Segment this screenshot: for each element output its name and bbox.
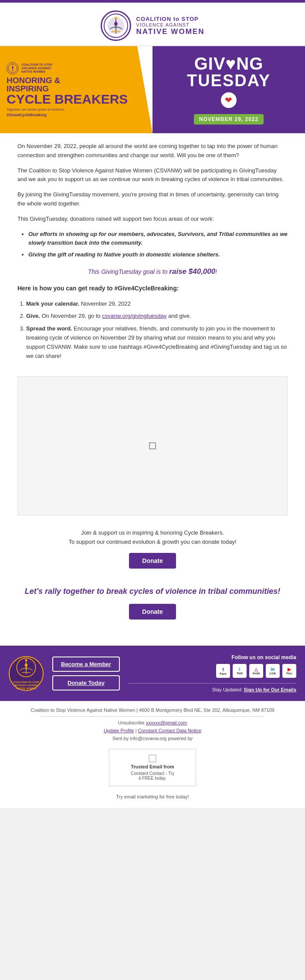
main-image-placeholder [17,376,288,515]
banner-small-logo [7,62,19,74]
become-member-button[interactable]: Become a Member [52,657,120,672]
body-content: On November 29, 2022, people all around … [0,133,305,376]
youtube-icon[interactable]: ▶ You- [282,664,296,678]
tuesday-title: TUESDAY [187,72,271,89]
goal-amount: raise $40,000 [169,267,215,276]
header-line2: VIOLENCE AGAINST [136,22,205,27]
support-line1: Join & support us in inspiring & honorin… [81,529,224,536]
para-2: The Coalition to Stop Violence Against N… [17,166,288,185]
banner-hashtag: #Give4CycleBreaking [7,113,146,117]
banner-small-text: COALITION TO STOPVIOLENCE AGAINSTNATIVE … [21,63,52,73]
banner-right-section: GIV♥NG TUESDAY ❤ NOVEMBER 29, 2022 [152,46,305,133]
address-text: Coalition to Stop Violence Against Nativ… [13,707,292,713]
banner-tagline: Together, we break cycles of violence. [7,108,146,111]
unsubscribe-text: Unsubscribe xxxxxx@gmail.com [13,720,292,725]
trusted-line1: Trusted Email from [115,764,190,769]
bullet-2: Giving the gift of reading to Native you… [28,250,288,259]
svg-point-10 [25,659,27,661]
footer-logo-area: COALITION TO STOPVIOLENCE AGAINSTNATIVE … [9,656,44,691]
twitter-icon[interactable]: t Twit [233,664,247,678]
giving-tuesday-banner: COALITION TO STOPVIOLENCE AGAINSTNATIVE … [0,46,305,133]
step-2: Give. On November 29, go to csvanw.org/g… [26,312,288,321]
update-profile-link[interactable]: Update Profile [104,728,134,733]
how-to-heading: Here is how you can get ready to #Give4C… [17,283,288,293]
org-logo-svg [103,13,129,38]
image-section [0,376,305,529]
update-links: Update Profile | Constant Contact Data N… [13,728,292,733]
giving-title: GIV♥NG [194,55,264,72]
footer-logo-text: COALITION TO STOPVIOLENCE AGAINSTNATIVE … [13,681,40,690]
rally-section: Let's rally together to break cycles of … [0,586,305,637]
support-section: Join & support us in inspiring & honorin… [0,529,305,586]
goal-text: This GivingTuesday goal is to raise $40,… [17,266,288,277]
footer-buttons: Become a Member Donate Today [52,657,120,690]
header-org-name: COALITION to STOP VIOLENCE AGAINST NATIV… [136,16,205,36]
banner-honoring: HONORING & [7,76,146,84]
social-heading: Follow us on social media [129,654,296,660]
header-line1: COALITION to STOP [136,16,205,22]
sign-up-link[interactable]: Sign Up for Our Emails [244,687,296,692]
trusted-email-box: Trusted Email from Constant Contact - Tr… [109,749,196,786]
org-logo-circle [101,10,131,41]
bottom-divider-1 [41,716,264,717]
donate-button-2[interactable]: Donate [129,604,176,620]
footer-logo-svg [15,657,37,678]
donate-today-button[interactable]: Donate Today [52,675,120,690]
email-wrapper: COALITION to STOP VIOLENCE AGAINST NATIV… [0,0,305,808]
linkedin-icon[interactable]: in Link [266,664,280,678]
social-icons-row: f Face t Twit △ Insta in Link [129,664,296,678]
stay-updated-label: Stay Updated: [212,687,243,692]
banner-cycle-breakers: CYCLE BREAKERS [7,93,146,106]
step-1: Mark your calendar. November 29, 2022 [26,300,288,309]
footer-inner: COALITION TO STOPVIOLENCE AGAINSTNATIVE … [9,654,296,692]
facebook-icon[interactable]: f Face [216,664,230,678]
steps-list: Mark your calendar. November 29, 2022 Gi… [26,300,288,361]
email-header: COALITION to STOP VIOLENCE AGAINST NATIV… [0,3,305,46]
banner-left-section: COALITION TO STOPVIOLENCE AGAINSTNATIVE … [0,46,152,133]
broken-image-icon [149,442,156,449]
footer-logo-circle: COALITION TO STOPVIOLENCE AGAINSTNATIVE … [9,656,44,691]
goal-prefix: This GivingTuesday goal is to [88,268,168,275]
para-4: This GivingTuesday, donations raised wil… [17,215,288,224]
spacer [0,637,305,646]
focus-areas-list: Our efforts in showing up for our member… [28,230,288,259]
instagram-icon[interactable]: △ Insta [249,664,263,678]
step2-post: and give. [168,313,191,319]
support-text: Join & support us in inspiring & honorin… [17,529,288,547]
heart-badge: ❤ [221,92,237,108]
support-line2: To support our continued evolution & gro… [68,539,236,545]
footer-social-area: Follow us on social media f Face t Twit … [129,654,296,692]
rally-text: Let's rally together to break cycles of … [17,586,288,597]
email-footer: COALITION TO STOPVIOLENCE AGAINSTNATIVE … [0,646,305,701]
try-free-text: Try email marketing for free today! [13,794,292,799]
header-line3: NATIVE WOMEN [136,27,205,36]
unsubscribe-email[interactable]: xxxxxx@gmail.com [146,720,187,725]
sent-by-text: Sent by info@csvanw.org powered by [13,736,292,741]
step2-pre: On November 29, go to [41,313,102,319]
para-1: On November 29, 2022, people all around … [17,142,288,160]
step2-link[interactable]: csvanw.org/givingtuesday [102,313,166,319]
social-divider [129,683,296,684]
constant-contact-link[interactable]: Constant Contact Data Notice [138,728,202,733]
bottom-info: Coalition to Stop Violence Against Nativ… [0,701,305,808]
donate-button-1[interactable]: Donate [129,553,176,569]
trusted-line3: it FREE today. [115,776,190,781]
trusted-broken-image [149,754,156,762]
trusted-email-section: Trusted Email from Constant Contact - Tr… [13,745,292,790]
header-logo-area: COALITION to STOP VIOLENCE AGAINST NATIV… [4,10,301,41]
goal-suffix: ! [215,268,217,275]
trusted-line2: Constant Contact - Try [115,771,190,776]
unsubscribe-label: Unsubscribe [118,720,145,725]
date-badge: NOVEMBER 29, 2022 [194,114,264,125]
stay-updated-text: Stay Updated: Sign Up for Our Emails [129,687,296,692]
step-3: Spread the word. Encourage your relative… [26,324,288,360]
step3-label: Spread the word. [26,325,72,332]
footer-logo-content: COALITION TO STOPVIOLENCE AGAINSTNATIVE … [13,657,40,690]
para-3: By joining the GivingTuesday movement, y… [17,190,288,209]
svg-point-4 [115,17,117,20]
step1-text: November 29, 2022 [81,300,131,307]
step1-label: Mark your calendar. [26,300,79,307]
step2-label: Give. [26,313,40,319]
bullet-1: Our efforts in showing up for our member… [28,230,288,248]
